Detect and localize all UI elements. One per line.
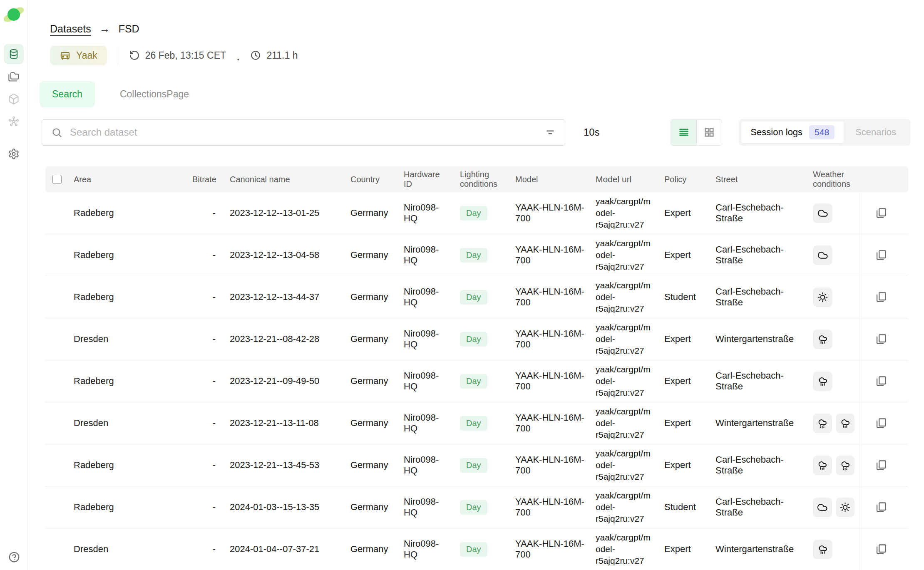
dataset-meta-row: Yaak 26 Feb, 13:15 CET . 211.1 h	[50, 45, 924, 65]
divider	[118, 46, 118, 64]
cell-street: Carl-Eschebach-Straße	[710, 493, 808, 521]
copy-icon	[875, 417, 887, 429]
lighting-badge: Day	[460, 374, 487, 389]
box-icon	[8, 93, 20, 105]
cell-canonical-name: 2023-12-21--13-11-08	[225, 414, 345, 432]
sidebar-item-packages[interactable]	[4, 89, 24, 109]
breadcrumb-current: FSD	[119, 23, 139, 35]
copy-row-button[interactable]	[875, 417, 887, 429]
cell-weather-conditions	[808, 452, 859, 478]
select-all-checkbox[interactable]	[52, 175, 62, 184]
copy-row-button[interactable]	[875, 501, 887, 513]
copy-row-button[interactable]	[875, 291, 887, 303]
folders-icon	[8, 71, 20, 82]
cell-area: Dresden	[69, 540, 187, 558]
cell-weather-conditions	[808, 368, 859, 394]
cell-canonical-name: 2024-01-04--07-37-21	[225, 540, 345, 558]
table-row[interactable]: Dresden - 2024-01-04--07-37-21 Germany N…	[45, 528, 908, 570]
cell-street: Carl-Eschebach-Straße	[710, 451, 808, 479]
cell-country: Germany	[345, 246, 399, 264]
cell-country: Germany	[345, 456, 399, 474]
cell-country: Germany	[345, 204, 399, 222]
cell-model-url: yaak/cargpt/model-r5ajq2ru:v27	[591, 486, 659, 528]
cell-weather-conditions	[808, 494, 859, 520]
cell-lighting: Day	[455, 371, 510, 392]
refresh-interval[interactable]: 10s	[584, 126, 600, 138]
col-header-weather-conditions: Weather conditions	[808, 166, 859, 192]
cell-area: Radeberg	[69, 288, 187, 306]
table-row[interactable]: Radeberg - 2024-01-03--15-13-35 Germany …	[45, 486, 908, 528]
copy-row-button[interactable]	[875, 333, 887, 345]
rain-weather-icon	[836, 414, 855, 433]
lighting-badge: Day	[460, 542, 487, 557]
cell-area: Dresden	[69, 414, 187, 432]
database-icon	[8, 48, 20, 60]
sidebar-item-settings[interactable]	[4, 144, 24, 164]
copy-row-button[interactable]	[875, 375, 887, 387]
table-row[interactable]: Dresden - 2023-12-21--08-42-28 Germany N…	[45, 318, 908, 360]
help-button[interactable]	[0, 551, 28, 563]
table-body: Radeberg - 2023-12-12--13-01-25 Germany …	[45, 192, 908, 570]
drizzle-weather-icon	[813, 414, 832, 433]
list-view-button[interactable]	[671, 120, 696, 145]
cell-lighting: Day	[455, 539, 510, 560]
cell-weather-conditions	[808, 536, 859, 563]
cell-model-url: yaak/cargpt/model-r5ajq2ru:v27	[591, 192, 659, 234]
filter-icon[interactable]	[545, 127, 556, 138]
cloud-weather-icon	[813, 498, 832, 517]
cell-model: YAAK-HLN-16M-700	[510, 283, 591, 311]
search-input[interactable]	[70, 126, 537, 138]
table-row[interactable]: Dresden - 2023-12-21--13-11-08 Germany N…	[45, 402, 908, 444]
cell-lighting: Day	[455, 413, 510, 434]
col-header-policy: Policy	[659, 171, 710, 188]
cell-policy: Expert	[659, 204, 710, 222]
cell-lighting: Day	[455, 245, 510, 266]
cell-weather-conditions	[808, 284, 859, 310]
network-icon	[8, 116, 20, 127]
copy-icon	[875, 375, 887, 387]
segment-session-logs-label: Session logs	[750, 127, 802, 138]
cell-policy: Expert	[659, 456, 710, 474]
breadcrumb-arrow-icon: →	[99, 22, 110, 35]
table-row[interactable]: Radeberg - 2023-12-21--13-45-53 Germany …	[45, 444, 908, 486]
copy-row-button[interactable]	[875, 249, 887, 261]
segment-session-logs[interactable]: Session logs 548	[741, 121, 844, 143]
vehicle-badge: Yaak	[50, 46, 107, 65]
cell-country: Germany	[345, 372, 399, 390]
col-header-model: Model	[510, 171, 591, 188]
table-row[interactable]: Radeberg - 2023-12-12--13-44-37 Germany …	[45, 276, 908, 318]
copy-row-button[interactable]	[875, 543, 887, 555]
col-header-country: Country	[345, 171, 399, 188]
cell-policy: Expert	[659, 540, 710, 558]
cell-model-url: yaak/cargpt/model-r5ajq2ru:v27	[591, 234, 659, 276]
cell-model-url: yaak/cargpt/model-r5ajq2ru:v27	[591, 402, 659, 444]
cell-model: YAAK-HLN-16M-700	[510, 241, 591, 269]
tab-collections-page[interactable]: CollectionsPage	[107, 81, 201, 107]
cell-model-url: yaak/cargpt/model-r5ajq2ru:v27	[591, 528, 659, 570]
table-row[interactable]: Radeberg - 2023-12-12--13-01-25 Germany …	[45, 192, 908, 234]
sidebar-item-network[interactable]	[4, 112, 24, 131]
table-row[interactable]: Radeberg - 2023-12-12--13-04-58 Germany …	[45, 234, 908, 276]
yaak-logo[interactable]	[4, 5, 24, 25]
table-row[interactable]: Radeberg - 2023-12-21--09-49-50 Germany …	[45, 360, 908, 402]
lighting-badge: Day	[460, 416, 487, 431]
segment-scenarios[interactable]: Scenarios	[844, 121, 908, 143]
grid-view-button[interactable]	[696, 120, 722, 145]
tab-search[interactable]: Search	[40, 81, 95, 107]
recorded-at-value: 26 Feb, 13:15 CET	[145, 50, 226, 61]
cell-policy: Expert	[659, 330, 710, 348]
table-header: Area Bitrate Canonical name Country Hard…	[45, 166, 908, 192]
copy-row-button[interactable]	[875, 207, 887, 219]
cell-canonical-name: 2023-12-21--08-42-28	[225, 330, 345, 348]
breadcrumb-datasets-link[interactable]: Datasets	[50, 23, 91, 35]
cell-model-url: yaak/cargpt/model-r5ajq2ru:v27	[591, 276, 659, 318]
cell-lighting: Day	[455, 455, 510, 476]
copy-row-button[interactable]	[875, 459, 887, 471]
lighting-badge: Day	[460, 458, 487, 473]
cell-weather-conditions	[808, 200, 859, 226]
sidebar-item-collections[interactable]	[4, 67, 24, 87]
breadcrumb: Datasets → FSD	[50, 22, 924, 35]
sidebar-item-datasets[interactable]	[4, 44, 24, 64]
cell-hardware-id: Niro098-HQ	[399, 535, 455, 563]
datasets-table: Area Bitrate Canonical name Country Hard…	[45, 166, 908, 570]
